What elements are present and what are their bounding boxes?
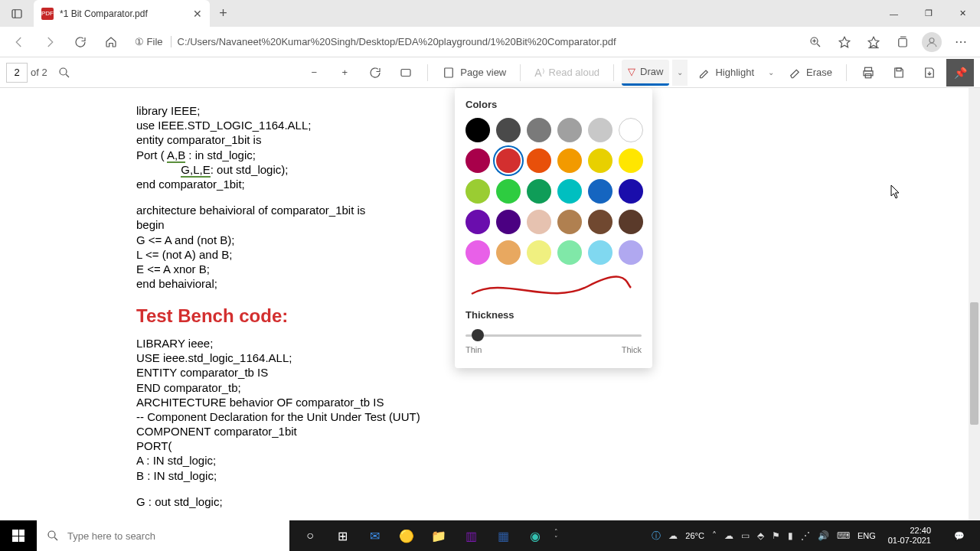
- windows-taskbar: Type here to search ○ ⊞ ✉ 🟡 📁 ▥ ▦ ◉ ˄˅ ⓘ…: [0, 520, 980, 551]
- fit-page-button[interactable]: [392, 60, 420, 86]
- color-swatch[interactable]: [466, 148, 490, 173]
- color-swatch[interactable]: [619, 210, 643, 234]
- color-swatch[interactable]: [557, 240, 582, 265]
- zoom-in-button[interactable]: +: [331, 60, 358, 86]
- taskbar-clock[interactable]: 22:40 01-07-2021: [884, 526, 936, 546]
- color-swatch[interactable]: [527, 210, 551, 234]
- color-swatch[interactable]: [588, 179, 612, 204]
- color-swatch[interactable]: [557, 148, 582, 173]
- erase-button[interactable]: Erase: [782, 60, 838, 86]
- help-icon[interactable]: ⓘ: [652, 530, 661, 543]
- highlight-dropdown[interactable]: ⌄: [763, 60, 779, 86]
- weather-icon[interactable]: ☁: [668, 530, 678, 541]
- color-swatch[interactable]: [557, 210, 582, 234]
- draw-button[interactable]: ▽Draw: [622, 60, 669, 86]
- vertical-scrollbar[interactable]: [969, 88, 980, 520]
- wifi-icon[interactable]: ⋰: [801, 530, 810, 541]
- page-number-input[interactable]: [6, 63, 28, 83]
- back-button[interactable]: [6, 29, 32, 55]
- color-swatch[interactable]: [496, 148, 521, 173]
- notifications-button[interactable]: 💬: [943, 520, 975, 551]
- thickness-slider[interactable]: [466, 328, 642, 342]
- more-button[interactable]: ⋯: [948, 29, 974, 55]
- cortana-icon[interactable]: ○: [294, 520, 326, 551]
- meet-now-icon[interactable]: ▭: [741, 530, 750, 541]
- page-view-button[interactable]: Page view: [436, 60, 512, 86]
- save-button[interactable]: [885, 60, 913, 86]
- favorite-button[interactable]: [831, 29, 858, 55]
- app-chrome-icon[interactable]: 🟡: [390, 520, 423, 551]
- maximize-button[interactable]: ❐: [911, 0, 946, 27]
- start-button[interactable]: [0, 520, 37, 551]
- find-button[interactable]: [51, 60, 78, 86]
- home-button[interactable]: [98, 29, 124, 55]
- color-swatch[interactable]: [496, 210, 521, 234]
- app-mail-icon[interactable]: ✉: [358, 520, 390, 551]
- app-onenote-icon[interactable]: ▥: [455, 520, 487, 551]
- minimize-button[interactable]: —: [877, 0, 911, 27]
- tray-expand-icon[interactable]: ˄: [712, 530, 717, 541]
- tab-actions-button[interactable]: [0, 0, 34, 27]
- color-swatch[interactable]: [527, 179, 551, 204]
- save-as-button[interactable]: [916, 60, 943, 86]
- color-swatch[interactable]: [466, 240, 490, 265]
- code-line: G : out std_logic;: [136, 494, 844, 509]
- color-swatch[interactable]: [588, 148, 612, 173]
- color-swatch[interactable]: [466, 210, 490, 234]
- browser-titlebar: PDF *1 Bit Comparator.pdf ✕ + — ❐ ✕: [0, 0, 980, 27]
- color-swatch[interactable]: [527, 148, 551, 173]
- color-swatch[interactable]: [557, 179, 582, 204]
- volume-icon[interactable]: 🔊: [818, 530, 829, 541]
- color-swatch[interactable]: [496, 240, 521, 265]
- color-swatch[interactable]: [619, 148, 643, 173]
- pin-toolbar-button[interactable]: 📌: [946, 59, 974, 86]
- browser-tab[interactable]: PDF *1 Bit Comparator.pdf ✕: [34, 0, 210, 27]
- slider-thumb[interactable]: [472, 329, 484, 341]
- url-field[interactable]: ① File C:/Users/Navaneet%20Kumar%20Singh…: [129, 36, 798, 47]
- color-swatch[interactable]: [588, 210, 612, 234]
- app-explorer-icon[interactable]: 📁: [423, 520, 455, 551]
- collections-button[interactable]: [890, 29, 916, 55]
- read-aloud-button: A⁾Read aloud: [528, 60, 606, 86]
- color-swatch[interactable]: [466, 179, 490, 204]
- favorites-bar-button[interactable]: [861, 29, 887, 55]
- refresh-button[interactable]: [67, 29, 93, 55]
- security-icon[interactable]: ⚑: [772, 530, 780, 541]
- zoom-icon[interactable]: [802, 29, 828, 55]
- svg-rect-19: [897, 68, 901, 71]
- color-swatch[interactable]: [619, 179, 643, 204]
- onedrive-icon[interactable]: ☁: [724, 530, 733, 541]
- battery-icon[interactable]: ▮: [788, 530, 793, 541]
- color-swatch[interactable]: [588, 240, 612, 265]
- app-edge-icon[interactable]: ◉: [519, 520, 551, 551]
- code-line: -- Component Declaration for the Unit Un…: [136, 409, 844, 424]
- color-swatch[interactable]: [466, 118, 490, 142]
- color-swatch[interactable]: [496, 179, 521, 204]
- print-button[interactable]: [854, 60, 882, 86]
- draw-dropdown[interactable]: ⌄: [672, 60, 688, 86]
- profile-button[interactable]: [919, 29, 945, 55]
- close-window-button[interactable]: ✕: [946, 0, 980, 27]
- color-swatch[interactable]: [619, 240, 643, 265]
- app-word-icon[interactable]: ▦: [487, 520, 519, 551]
- scroll-thumb[interactable]: [970, 302, 978, 425]
- color-swatch[interactable]: [619, 118, 643, 142]
- task-view-icon[interactable]: ⊞: [326, 520, 358, 551]
- new-tab-button[interactable]: +: [210, 5, 237, 21]
- color-swatch[interactable]: [527, 240, 551, 265]
- color-swatch[interactable]: [557, 118, 582, 142]
- taskbar-search[interactable]: Type here to search: [37, 520, 289, 551]
- language-label[interactable]: ENG: [858, 531, 876, 540]
- color-swatch[interactable]: [588, 118, 612, 142]
- rotate-button[interactable]: [361, 60, 389, 86]
- tab-close-button[interactable]: ✕: [193, 8, 202, 20]
- svg-marker-6: [839, 37, 850, 47]
- ime-icon[interactable]: ⌨: [837, 530, 850, 541]
- zoom-out-button[interactable]: −: [300, 60, 328, 86]
- temp-label[interactable]: 26°C: [685, 531, 704, 540]
- color-swatch[interactable]: [496, 118, 521, 142]
- highlight-button[interactable]: Highlight: [691, 60, 760, 86]
- color-swatch[interactable]: [527, 118, 551, 142]
- dropbox-icon[interactable]: ⬘: [757, 530, 764, 541]
- svg-rect-9: [899, 38, 907, 47]
